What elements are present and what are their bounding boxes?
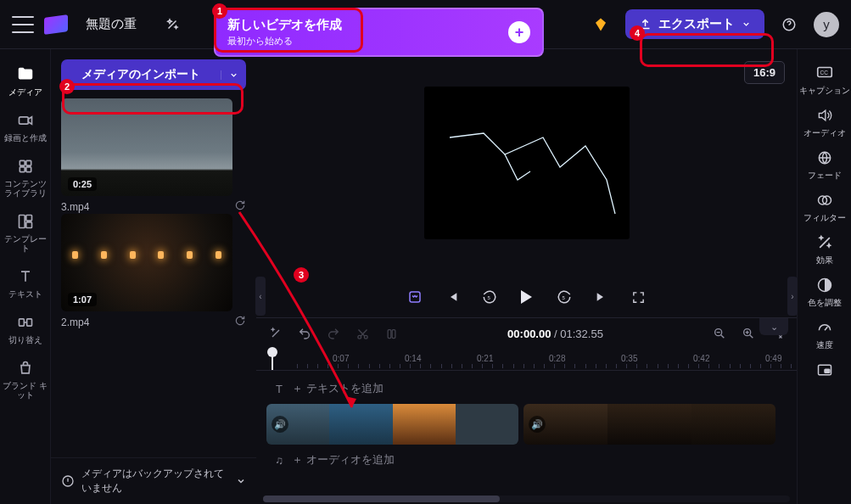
- annotation-arrow-3: [0, 0, 851, 504]
- annotation-badge-3: 3: [294, 267, 309, 283]
